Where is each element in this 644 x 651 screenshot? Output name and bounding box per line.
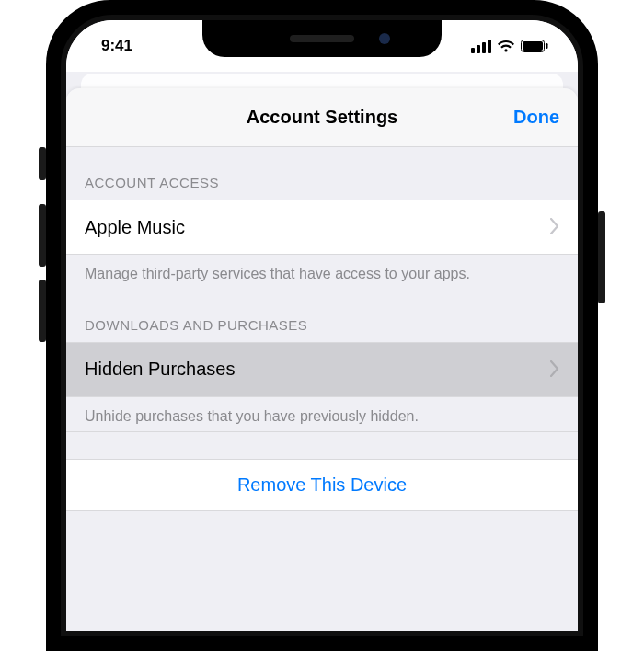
- camera-dot: [379, 33, 390, 44]
- row-label: Hidden Purchases: [85, 359, 235, 380]
- done-button[interactable]: Done: [513, 88, 559, 146]
- page-title: Account Settings: [247, 107, 397, 128]
- volume-down-button: [39, 280, 46, 342]
- apple-music-row[interactable]: Apple Music: [66, 200, 578, 255]
- section-footer-account-access: Manage third-party services that have ac…: [66, 255, 578, 290]
- volume-up-button: [39, 204, 46, 267]
- hidden-purchases-row[interactable]: Hidden Purchases: [66, 342, 578, 397]
- svg-rect-1: [523, 41, 543, 51]
- power-button: [598, 211, 605, 303]
- status-indicators: [471, 40, 548, 53]
- mute-switch: [39, 147, 46, 180]
- phone-frame: 9:41 Account Settings Don: [46, 0, 598, 651]
- nav-bar: Account Settings Done: [66, 88, 578, 147]
- battery-icon: [521, 40, 548, 52]
- screen: 9:41 Account Settings Don: [66, 20, 578, 631]
- notch: [202, 20, 442, 57]
- settings-sheet: Account Settings Done ACCOUNT ACCESS App…: [66, 88, 578, 631]
- section-footer-downloads: Unhide purchases that you have previousl…: [66, 397, 578, 432]
- chevron-right-icon: [550, 357, 559, 383]
- section-header-account-access: ACCOUNT ACCESS: [66, 147, 578, 200]
- phone-bezel: 9:41 Account Settings Don: [61, 15, 583, 636]
- svg-rect-2: [546, 43, 548, 49]
- wifi-icon: [497, 40, 515, 53]
- section-header-downloads: DOWNLOADS AND PURCHASES: [66, 290, 578, 342]
- remove-device-button[interactable]: Remove This Device: [66, 459, 578, 511]
- speaker-slot: [290, 35, 354, 42]
- chevron-right-icon: [550, 214, 559, 240]
- section-spacer: [66, 431, 578, 459]
- status-time: 9:41: [101, 37, 132, 55]
- row-label: Apple Music: [85, 217, 185, 238]
- cellular-icon: [471, 40, 491, 53]
